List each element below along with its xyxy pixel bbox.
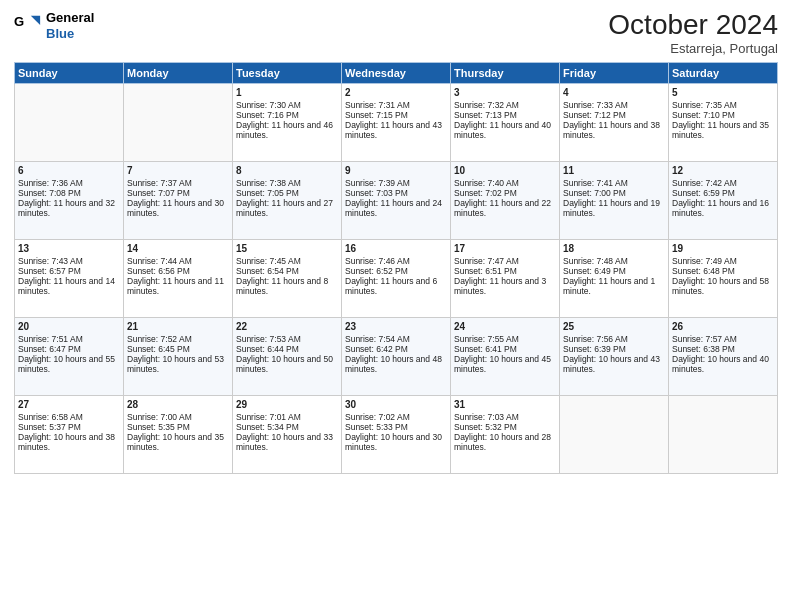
daylight-text: Daylight: 11 hours and 30 minutes. [127, 198, 229, 218]
logo-text: General Blue [46, 10, 94, 41]
daylight-text: Daylight: 11 hours and 16 minutes. [672, 198, 774, 218]
sunset-text: Sunset: 6:48 PM [672, 266, 774, 276]
daylight-text: Daylight: 10 hours and 50 minutes. [236, 354, 338, 374]
calendar-cell [669, 395, 778, 473]
calendar-cell [124, 83, 233, 161]
sunset-text: Sunset: 7:13 PM [454, 110, 556, 120]
calendar-cell: 27Sunrise: 6:58 AMSunset: 5:37 PMDayligh… [15, 395, 124, 473]
calendar-cell: 31Sunrise: 7:03 AMSunset: 5:32 PMDayligh… [451, 395, 560, 473]
daylight-text: Daylight: 10 hours and 43 minutes. [563, 354, 665, 374]
calendar-week-4: 20Sunrise: 7:51 AMSunset: 6:47 PMDayligh… [15, 317, 778, 395]
sunset-text: Sunset: 6:49 PM [563, 266, 665, 276]
col-saturday: Saturday [669, 62, 778, 83]
calendar-cell: 30Sunrise: 7:02 AMSunset: 5:33 PMDayligh… [342, 395, 451, 473]
day-number: 24 [454, 321, 556, 332]
sunrise-text: Sunrise: 7:57 AM [672, 334, 774, 344]
header-row: Sunday Monday Tuesday Wednesday Thursday… [15, 62, 778, 83]
sunset-text: Sunset: 7:02 PM [454, 188, 556, 198]
daylight-text: Daylight: 10 hours and 53 minutes. [127, 354, 229, 374]
calendar-cell: 11Sunrise: 7:41 AMSunset: 7:00 PMDayligh… [560, 161, 669, 239]
day-number: 19 [672, 243, 774, 254]
calendar-cell: 7Sunrise: 7:37 AMSunset: 7:07 PMDaylight… [124, 161, 233, 239]
day-number: 10 [454, 165, 556, 176]
calendar-cell: 24Sunrise: 7:55 AMSunset: 6:41 PMDayligh… [451, 317, 560, 395]
sunrise-text: Sunrise: 7:54 AM [345, 334, 447, 344]
daylight-text: Daylight: 11 hours and 40 minutes. [454, 120, 556, 140]
calendar-cell: 23Sunrise: 7:54 AMSunset: 6:42 PMDayligh… [342, 317, 451, 395]
sunrise-text: Sunrise: 7:03 AM [454, 412, 556, 422]
sunrise-text: Sunrise: 7:48 AM [563, 256, 665, 266]
day-number: 3 [454, 87, 556, 98]
calendar-cell: 4Sunrise: 7:33 AMSunset: 7:12 PMDaylight… [560, 83, 669, 161]
daylight-text: Daylight: 11 hours and 3 minutes. [454, 276, 556, 296]
sunset-text: Sunset: 6:44 PM [236, 344, 338, 354]
svg-marker-1 [31, 15, 40, 24]
col-sunday: Sunday [15, 62, 124, 83]
day-number: 13 [18, 243, 120, 254]
day-number: 17 [454, 243, 556, 254]
day-number: 4 [563, 87, 665, 98]
sunset-text: Sunset: 6:56 PM [127, 266, 229, 276]
col-wednesday: Wednesday [342, 62, 451, 83]
calendar-cell [15, 83, 124, 161]
sunset-text: Sunset: 6:54 PM [236, 266, 338, 276]
sunrise-text: Sunrise: 7:46 AM [345, 256, 447, 266]
header: G General Blue October 2024 Estarreja, P… [14, 10, 778, 56]
sunrise-text: Sunrise: 7:31 AM [345, 100, 447, 110]
title-block: October 2024 Estarreja, Portugal [608, 10, 778, 56]
calendar-cell: 3Sunrise: 7:32 AMSunset: 7:13 PMDaylight… [451, 83, 560, 161]
calendar-cell: 21Sunrise: 7:52 AMSunset: 6:45 PMDayligh… [124, 317, 233, 395]
sunset-text: Sunset: 5:32 PM [454, 422, 556, 432]
daylight-text: Daylight: 11 hours and 8 minutes. [236, 276, 338, 296]
location-subtitle: Estarreja, Portugal [608, 41, 778, 56]
sunset-text: Sunset: 7:00 PM [563, 188, 665, 198]
calendar-cell: 12Sunrise: 7:42 AMSunset: 6:59 PMDayligh… [669, 161, 778, 239]
sunset-text: Sunset: 5:35 PM [127, 422, 229, 432]
sunset-text: Sunset: 7:10 PM [672, 110, 774, 120]
daylight-text: Daylight: 11 hours and 32 minutes. [18, 198, 120, 218]
sunrise-text: Sunrise: 7:49 AM [672, 256, 774, 266]
sunset-text: Sunset: 7:07 PM [127, 188, 229, 198]
sunrise-text: Sunrise: 7:37 AM [127, 178, 229, 188]
calendar-week-5: 27Sunrise: 6:58 AMSunset: 5:37 PMDayligh… [15, 395, 778, 473]
sunrise-text: Sunrise: 7:45 AM [236, 256, 338, 266]
day-number: 23 [345, 321, 447, 332]
calendar-cell: 10Sunrise: 7:40 AMSunset: 7:02 PMDayligh… [451, 161, 560, 239]
day-number: 21 [127, 321, 229, 332]
day-number: 6 [18, 165, 120, 176]
daylight-text: Daylight: 10 hours and 45 minutes. [454, 354, 556, 374]
sunrise-text: Sunrise: 7:56 AM [563, 334, 665, 344]
sunrise-text: Sunrise: 7:42 AM [672, 178, 774, 188]
day-number: 27 [18, 399, 120, 410]
sunset-text: Sunset: 7:16 PM [236, 110, 338, 120]
calendar-cell: 5Sunrise: 7:35 AMSunset: 7:10 PMDaylight… [669, 83, 778, 161]
sunrise-text: Sunrise: 7:00 AM [127, 412, 229, 422]
daylight-text: Daylight: 10 hours and 33 minutes. [236, 432, 338, 452]
calendar-cell: 28Sunrise: 7:00 AMSunset: 5:35 PMDayligh… [124, 395, 233, 473]
sunrise-text: Sunrise: 7:38 AM [236, 178, 338, 188]
calendar-cell: 8Sunrise: 7:38 AMSunset: 7:05 PMDaylight… [233, 161, 342, 239]
daylight-text: Daylight: 10 hours and 40 minutes. [672, 354, 774, 374]
sunset-text: Sunset: 7:05 PM [236, 188, 338, 198]
day-number: 15 [236, 243, 338, 254]
sunrise-text: Sunrise: 7:02 AM [345, 412, 447, 422]
daylight-text: Daylight: 11 hours and 19 minutes. [563, 198, 665, 218]
sunrise-text: Sunrise: 7:01 AM [236, 412, 338, 422]
sunset-text: Sunset: 6:41 PM [454, 344, 556, 354]
sunset-text: Sunset: 6:38 PM [672, 344, 774, 354]
sunset-text: Sunset: 6:39 PM [563, 344, 665, 354]
daylight-text: Daylight: 11 hours and 35 minutes. [672, 120, 774, 140]
sunset-text: Sunset: 6:59 PM [672, 188, 774, 198]
logo-icon: G [14, 12, 42, 40]
daylight-text: Daylight: 11 hours and 6 minutes. [345, 276, 447, 296]
sunrise-text: Sunrise: 7:52 AM [127, 334, 229, 344]
daylight-text: Daylight: 11 hours and 1 minute. [563, 276, 665, 296]
calendar-cell: 13Sunrise: 7:43 AMSunset: 6:57 PMDayligh… [15, 239, 124, 317]
daylight-text: Daylight: 10 hours and 58 minutes. [672, 276, 774, 296]
month-year-title: October 2024 [608, 10, 778, 41]
sunset-text: Sunset: 5:34 PM [236, 422, 338, 432]
daylight-text: Daylight: 11 hours and 14 minutes. [18, 276, 120, 296]
sunset-text: Sunset: 5:33 PM [345, 422, 447, 432]
calendar-cell: 16Sunrise: 7:46 AMSunset: 6:52 PMDayligh… [342, 239, 451, 317]
sunset-text: Sunset: 7:15 PM [345, 110, 447, 120]
